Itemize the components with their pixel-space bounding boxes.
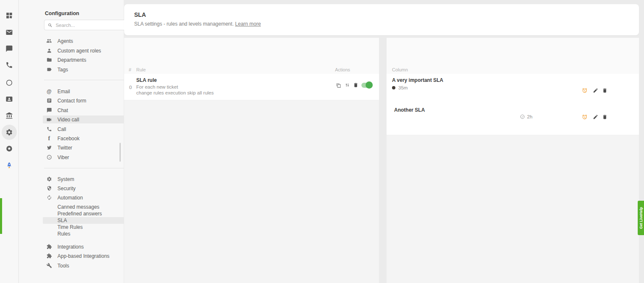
sidebar-search[interactable] xyxy=(44,20,131,30)
sidebar-item-tags[interactable]: Tags xyxy=(43,66,131,73)
sidebar-item-label: Departments xyxy=(57,57,86,63)
sla-level-row[interactable]: A very important SLA 35m xyxy=(387,74,639,103)
sidebar-divider xyxy=(44,168,131,168)
sidebar-item-tools[interactable]: Tools xyxy=(43,262,131,270)
rule-action-text: change rules execution skip all rules xyxy=(136,90,214,95)
level-time-text: 2h xyxy=(527,114,532,119)
alarm-icon[interactable] xyxy=(582,88,587,93)
chat-bubble-icon xyxy=(46,107,52,113)
settings-gear-icon[interactable] xyxy=(5,128,13,136)
column-rule: Rule xyxy=(136,67,146,72)
gear-icon xyxy=(46,176,52,182)
delete-icon[interactable] xyxy=(353,82,358,88)
agents-icon xyxy=(46,38,52,44)
sidebar-item-viber[interactable]: Viber xyxy=(43,153,131,161)
rocket-icon[interactable] xyxy=(5,162,13,169)
level-badge-text: 35m xyxy=(398,85,408,90)
sidebar-item-facebook[interactable]: f Facebook xyxy=(43,134,131,142)
delete-icon[interactable] xyxy=(602,88,608,93)
billing-icon[interactable] xyxy=(5,112,13,119)
search-icon xyxy=(48,23,52,28)
tag-icon xyxy=(46,67,52,73)
sidebar-item-email[interactable]: @ Email xyxy=(43,87,131,95)
sidebar-item-label: Custom agent roles xyxy=(57,48,101,54)
autorenew-icon xyxy=(46,195,52,201)
contacts-icon[interactable] xyxy=(5,95,13,103)
sidebar-item-custom-agent-roles[interactable]: Custom agent roles xyxy=(43,47,131,55)
sidebar-subitem-label: SLA xyxy=(57,217,67,223)
sidebar-subitem-label: Rules xyxy=(57,231,70,237)
sidebar-item-security[interactable]: Security xyxy=(43,184,131,192)
sidebar-item-integrations[interactable]: Integrations xyxy=(43,243,131,251)
sidebar-subitem-time-rules[interactable]: Time Rules xyxy=(43,224,131,231)
sidebar-item-contact-form[interactable]: Contact form xyxy=(43,97,131,105)
left-livehelp-tab[interactable] xyxy=(0,198,2,234)
viber-icon xyxy=(46,155,52,160)
page-subtitle: SLA settings - rules and levels manageme… xyxy=(134,21,261,27)
sla-rule-row[interactable]: 0 SLA rule For each new ticket change ru… xyxy=(124,74,379,100)
person-icon xyxy=(46,48,52,54)
sidebar-item-label: Video call xyxy=(57,117,79,123)
sidebar-item-label: Tools xyxy=(57,263,69,269)
rule-enabled-toggle[interactable] xyxy=(361,83,372,88)
sidebar-item-label: Viber xyxy=(57,155,69,160)
sidebar-item-agents[interactable]: Agents xyxy=(43,37,131,45)
sidebar-item-label: Facebook xyxy=(57,136,80,142)
copy-icon[interactable] xyxy=(336,83,341,88)
sla-rules-panel: SLA Rules CREATE RULE Displaying 1 - 1 o… xyxy=(124,38,379,283)
page-title: SLA xyxy=(134,11,146,18)
sidebar-item-twitter[interactable]: Twitter xyxy=(43,144,131,152)
sidebar-subitem-label: Predefined answers xyxy=(57,211,102,217)
reorder-icon[interactable] xyxy=(345,83,350,87)
sidebar-item-video-call[interactable]: Video call xyxy=(43,115,131,123)
edit-icon[interactable] xyxy=(593,114,598,120)
sidebar-subitem-label: Time Rules xyxy=(57,224,83,230)
sla-level-row[interactable]: Another SLA 2h xyxy=(387,103,639,135)
sidebar-subitem-sla[interactable]: SLA xyxy=(43,217,131,224)
sidebar-item-departments[interactable]: Departments xyxy=(43,56,131,64)
chat-icon[interactable] xyxy=(5,45,13,52)
sidebar-title: Configuration xyxy=(45,10,79,16)
twitter-icon xyxy=(46,145,52,151)
mail-icon[interactable] xyxy=(5,29,13,36)
sidebar-item-label: Automation xyxy=(57,195,83,201)
alarm-icon[interactable] xyxy=(582,114,587,120)
phone-icon[interactable] xyxy=(5,61,13,69)
sidebar-item-label: Chat xyxy=(57,107,68,113)
icon-rail xyxy=(0,0,19,283)
learn-more-link[interactable]: Learn more xyxy=(235,21,261,27)
sidebar-subitem-predefined-answers[interactable]: Predefined answers xyxy=(43,210,131,217)
delete-icon[interactable] xyxy=(602,114,608,120)
clock-icon[interactable] xyxy=(5,79,13,86)
at-icon: @ xyxy=(46,89,52,94)
toggle-knob xyxy=(366,81,373,89)
search-input[interactable] xyxy=(55,22,127,28)
sidebar-item-automation[interactable]: Automation xyxy=(43,194,131,202)
app-window: Configuration Agents Custom agent roles … xyxy=(0,0,644,283)
badge-star-icon[interactable] xyxy=(5,145,13,152)
levels-table-header: Column xyxy=(387,66,639,74)
wrench-icon xyxy=(46,263,52,269)
dashboard-icon[interactable] xyxy=(5,12,13,19)
form-icon xyxy=(46,98,52,104)
sidebar-subitem-canned-messages[interactable]: Canned messages xyxy=(43,204,131,210)
rule-condition: For each new ticket xyxy=(136,84,178,89)
sidebar-item-chat[interactable]: Chat xyxy=(43,106,131,114)
sidebar-item-label: Twitter xyxy=(57,145,72,151)
page-header-card xyxy=(124,4,639,35)
sidebar-item-label: Security xyxy=(57,186,75,191)
edit-icon[interactable] xyxy=(593,88,598,93)
sidebar-subitem-rules[interactable]: Rules xyxy=(43,231,131,237)
sidebar-item-label: System xyxy=(57,176,74,182)
sidebar-subitem-label: Canned messages xyxy=(57,204,99,210)
sidebar-item-system[interactable]: System xyxy=(43,175,131,183)
sla-levels-panel: SLA Levels CREATE LEVEL Displaying 1 - 2… xyxy=(387,38,639,283)
sidebar-item-app-based-integrations[interactable]: App-based Integrations xyxy=(43,252,131,260)
sidebar-scrollbar-thumb[interactable] xyxy=(119,143,121,162)
sidebar-item-label: Tags xyxy=(57,67,68,73)
get-livehelp-label: Get LiveHelp xyxy=(639,207,643,229)
get-livehelp-tab[interactable]: Get LiveHelp xyxy=(638,201,644,235)
call-icon xyxy=(46,126,52,132)
sidebar-item-call[interactable]: Call xyxy=(43,125,131,133)
configuration-sidebar: Configuration Agents Custom agent roles … xyxy=(19,0,124,283)
